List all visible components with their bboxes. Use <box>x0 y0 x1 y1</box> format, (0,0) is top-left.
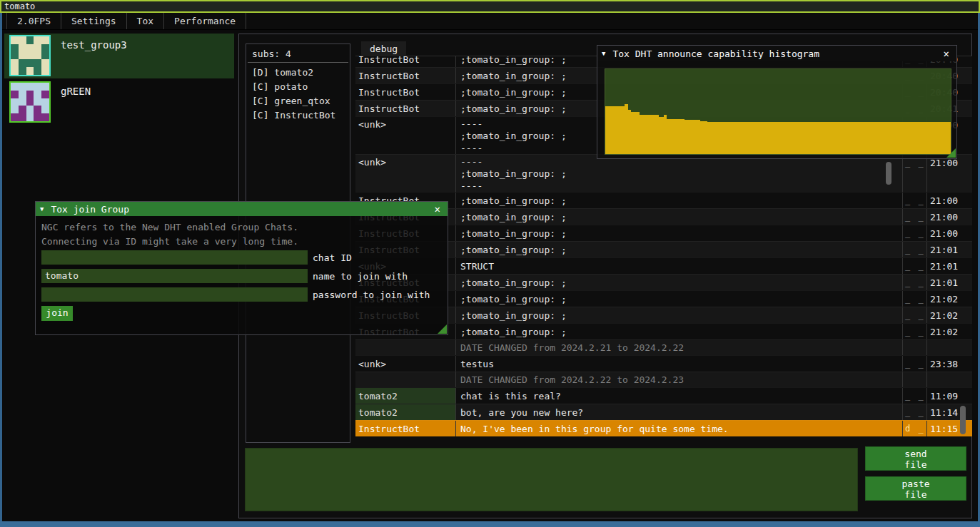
message-text: DATE CHANGED from 2024.2.22 to 2024.2.23 <box>455 372 902 387</box>
message-row[interactable]: InstructBotNo, I've been in this group f… <box>355 420 972 436</box>
window-titlebar[interactable]: tomato <box>0 0 980 13</box>
menu-item-tox[interactable]: Tox <box>127 13 164 29</box>
app-window: tomato 2.0FPSSettingsToxPerformance test… <box>0 0 980 527</box>
menu-item-performance[interactable]: Performance <box>164 13 246 29</box>
message-row[interactable]: tomato2chat is this real?_ _11:09 <box>355 387 972 404</box>
histogram-bar-segment <box>667 119 685 154</box>
avatar-pixel <box>26 83 34 91</box>
sender-name: InstructBot <box>355 84 455 100</box>
avatar-pixel <box>41 44 49 52</box>
sender-name: <unk> <box>355 117 455 154</box>
avatar-pixel <box>11 91 19 98</box>
join-description-line-1: NGC refers to the New DHT enabled Group … <box>41 222 298 232</box>
avatar-pixel <box>11 98 19 106</box>
tab-debug[interactable]: debug <box>361 41 406 56</box>
collapse-caret-icon[interactable]: ▼ <box>40 205 44 213</box>
delivery-marks: _ _ <box>902 242 926 257</box>
avatar-pixel <box>19 67 26 75</box>
chat-inner-scrollbar[interactable] <box>886 162 891 185</box>
delivery-marks: _ _ <box>902 275 926 290</box>
avatar-pixel <box>19 113 26 121</box>
message-line: ---- <box>460 180 902 192</box>
histogram-bar-segment <box>700 121 707 154</box>
chat-id-field[interactable] <box>41 250 308 265</box>
message-line: ;tomato_in_group: ; <box>460 244 902 256</box>
sender-name: tomato2 <box>355 388 455 404</box>
sender-name: InstructBot <box>355 421 455 436</box>
send-file-button[interactable]: sendfile <box>865 446 966 471</box>
avatar-pixel <box>41 67 49 75</box>
system-line: DATE CHANGED from 2024.2.21 to 2024.2.22 <box>460 342 902 354</box>
collapse-caret-icon[interactable]: ▼ <box>602 50 605 57</box>
member-row-instructbot[interactable]: [C] InstructBot <box>246 108 350 123</box>
dht-histogram-window: ▼ Tox DHT announce capability histogram … <box>597 45 957 159</box>
sidebar-item-green[interactable]: gREEN <box>4 80 234 125</box>
message-row[interactable]: tomato2bot, are you new here?_ _11:14 <box>355 404 972 420</box>
group-avatar <box>9 81 51 123</box>
join-name-field[interactable]: tomato <box>41 269 308 283</box>
sender-name: InstructBot <box>355 68 455 83</box>
join-field-row: tomatoname to join with <box>41 269 408 283</box>
close-icon[interactable]: ✕ <box>941 48 952 59</box>
scrollbar-gutter <box>964 291 972 307</box>
dht-histogram-plot <box>605 68 951 155</box>
message-line: ;tomato_in_group: ; <box>460 168 902 180</box>
message-input[interactable] <box>245 448 858 511</box>
sidebar-item-test_group3[interactable]: test_group3 <box>4 34 234 78</box>
delivery-marks: _ _ <box>902 324 926 339</box>
message-text: ;tomato_in_group: ; <box>455 324 902 339</box>
window-title: tomato <box>4 1 35 11</box>
join-password-field-label: password to join with <box>313 290 430 300</box>
member-row-potato[interactable]: [C] potato <box>246 80 350 94</box>
avatar-pixel <box>26 67 34 75</box>
sender-name <box>355 372 455 387</box>
timestamp: 21:00 <box>926 209 964 225</box>
avatar-pixel <box>19 83 26 91</box>
close-icon[interactable]: ✕ <box>432 203 443 215</box>
timestamp: 11:14 <box>926 404 964 420</box>
member-list: [D] tomato2[C] potato[C] green_qtox[C] I… <box>246 66 350 123</box>
avatar-pixel <box>11 52 19 60</box>
timestamp: 11:09 <box>926 388 964 404</box>
paste-file-button[interactable]: pastefile <box>865 476 966 501</box>
avatar-pixel <box>34 98 41 106</box>
message-text: chat is this real? <box>455 388 902 404</box>
date-changed-row[interactable]: DATE CHANGED from 2024.2.21 to 2024.2.22 <box>355 339 972 355</box>
join-group-titlebar[interactable]: ▼ Tox join Group ✕ <box>36 202 448 216</box>
date-changed-row[interactable]: DATE CHANGED from 2024.2.22 to 2024.2.23 <box>355 372 972 387</box>
message-line: ;tomato_in_group: ; <box>460 277 902 289</box>
avatar-pixel <box>11 83 19 91</box>
scrollbar-gutter <box>964 356 972 372</box>
delivery-marks: _ _ <box>902 155 926 192</box>
scrollbar-gutter <box>964 388 972 404</box>
group-avatar <box>9 35 51 76</box>
member-row-tomato2[interactable]: [D] tomato2 <box>246 66 350 80</box>
avatar-pixel <box>34 113 41 121</box>
menu-item-settings[interactable]: Settings <box>61 13 127 29</box>
scrollbar-gutter <box>964 324 972 339</box>
avatar-pixel <box>19 44 26 52</box>
delivery-marks: _ _ <box>902 307 926 323</box>
resize-grip[interactable] <box>438 324 447 334</box>
message-row[interactable]: <unk>testus_ _23:38 <box>355 355 972 372</box>
join-button[interactable]: join <box>41 306 73 321</box>
scrollbar-gutter <box>964 68 972 83</box>
message-row[interactable]: <unk>----;tomato_in_group: ;----_ _21:00 <box>355 154 972 192</box>
join-password-field[interactable] <box>41 287 308 302</box>
timestamp: 21:02 <box>926 307 964 323</box>
resize-grip[interactable] <box>946 148 956 158</box>
avatar-pixel <box>34 52 41 60</box>
avatar-pixel <box>26 113 34 121</box>
sender-name: <unk> <box>355 155 455 192</box>
avatar-pixel <box>34 36 41 44</box>
chat-outer-scrollbar[interactable] <box>960 406 966 434</box>
subs-count-label: subs: 4 <box>246 44 350 62</box>
avatar-pixel <box>11 67 19 75</box>
group-name-label: test_group3 <box>61 39 127 78</box>
dht-histogram-titlebar[interactable]: ▼ Tox DHT announce capability histogram … <box>597 46 956 61</box>
histogram-bar-segment <box>707 122 951 154</box>
system-line: DATE CHANGED from 2024.2.22 to 2024.2.23 <box>460 374 902 386</box>
member-row-green_qtox[interactable]: [C] green_qtox <box>246 94 350 108</box>
delivery-marks: _ _ <box>902 193 926 208</box>
group-sidebar: test_group3gREEN <box>4 34 234 126</box>
